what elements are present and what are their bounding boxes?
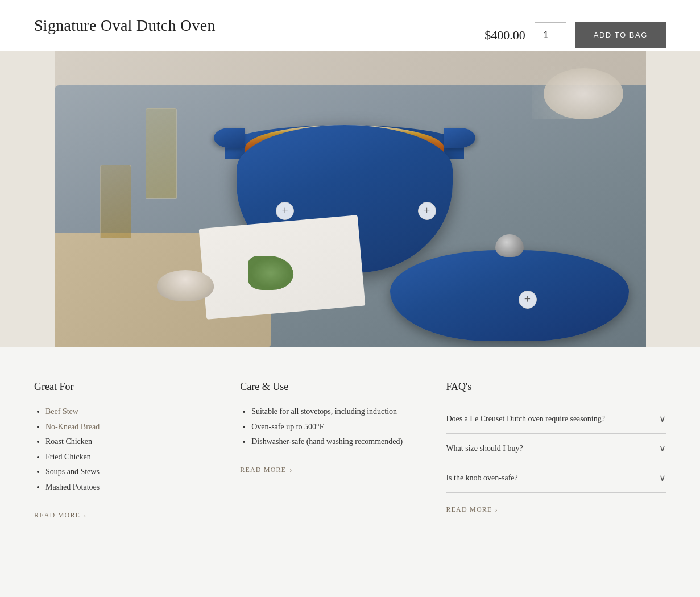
herbs xyxy=(248,256,293,290)
list-item: Oven-safe up to 500°F xyxy=(251,420,423,435)
great-for-list: Beef Stew No-Knead Bread Roast Chicken F… xyxy=(34,404,217,495)
list-item: Beef Stew xyxy=(45,404,217,420)
chevron-right-icon: › xyxy=(289,466,292,474)
care-use-read-more[interactable]: READ MORE › xyxy=(240,466,292,474)
hero-image: + + + xyxy=(55,51,646,347)
great-for-title: Great For xyxy=(34,381,217,393)
chevron-down-icon-1: ∨ xyxy=(659,413,666,424)
faq-item-3[interactable]: Is the knob oven-safe? ∨ xyxy=(446,463,666,493)
great-for-column: Great For Beef Stew No-Knead Bread Roast… xyxy=(34,381,240,520)
care-use-column: Care & Use Suitable for all stovetops, i… xyxy=(240,381,446,520)
hotspot-3[interactable]: + xyxy=(519,291,537,309)
lid xyxy=(390,227,629,341)
nuts-bowl xyxy=(157,270,214,301)
bread-plate xyxy=(544,68,623,119)
stock-status: In Stock xyxy=(635,0,660,2)
great-for-read-more-label: READ MORE xyxy=(34,511,80,520)
header: Signature Oval Dutch Oven In Stock $400.… xyxy=(0,0,700,51)
soups-stews-label: Soups and Stews xyxy=(45,467,100,476)
price-display: $400.00 xyxy=(484,28,525,43)
faq-question-2: What size should I buy? xyxy=(446,444,523,453)
content-section: Great For Beef Stew No-Knead Bread Roast… xyxy=(0,347,700,565)
quantity-input[interactable] xyxy=(535,22,566,48)
hotspot-1[interactable]: + xyxy=(276,202,294,220)
faq-question-1: Does a Le Creuset Dutch oven require sea… xyxy=(446,414,605,424)
faq-question-3: Is the knob oven-safe? xyxy=(446,474,517,483)
hero-section: + + + xyxy=(0,51,700,347)
list-item: Suitable for all stovetops, including in… xyxy=(251,404,423,420)
list-item: No-Knead Bread xyxy=(45,420,217,435)
header-right: In Stock $400.00 ADD TO BAG xyxy=(484,3,666,48)
no-knead-bread-link[interactable]: No-Knead Bread xyxy=(45,422,100,431)
great-for-read-more[interactable]: READ MORE › xyxy=(34,511,86,520)
list-item: Soups and Stews xyxy=(45,465,217,480)
faq-read-more-label: READ MORE xyxy=(446,505,492,514)
chevron-right-icon: › xyxy=(495,505,498,514)
roast-chicken-label: Roast Chicken xyxy=(45,437,92,446)
list-item: Roast Chicken xyxy=(45,434,217,450)
lid-body xyxy=(390,250,629,341)
faq-column: FAQ's Does a Le Creuset Dutch oven requi… xyxy=(446,381,666,520)
mashed-potatoes-label: Mashed Potatoes xyxy=(45,483,100,491)
lid-knob xyxy=(495,234,524,257)
faq-read-more[interactable]: READ MORE › xyxy=(446,505,498,514)
faq-title: FAQ's xyxy=(446,381,666,393)
chevron-down-icon-3: ∨ xyxy=(659,472,666,483)
chevron-right-icon: › xyxy=(84,511,86,520)
beef-stew-link[interactable]: Beef Stew xyxy=(45,407,78,416)
list-item: Dishwasher-safe (hand washing recommende… xyxy=(251,434,423,450)
add-to-bag-controls: $400.00 ADD TO BAG xyxy=(484,22,666,48)
glass-tall xyxy=(146,108,177,199)
product-title: Signature Oval Dutch Oven xyxy=(34,16,216,35)
care-use-title: Care & Use xyxy=(240,381,423,393)
list-item: Fried Chicken xyxy=(45,450,217,465)
handle-right xyxy=(444,128,475,148)
care-use-read-more-label: READ MORE xyxy=(240,466,286,474)
glass-short xyxy=(100,165,131,239)
faq-item-2[interactable]: What size should I buy? ∨ xyxy=(446,434,666,463)
handle-left xyxy=(214,128,245,148)
list-item: Mashed Potatoes xyxy=(45,480,217,495)
chevron-down-icon-2: ∨ xyxy=(659,443,666,454)
add-to-bag-button[interactable]: ADD TO BAG xyxy=(575,22,666,48)
hotspot-2[interactable]: + xyxy=(418,202,436,220)
care-use-list: Suitable for all stovetops, including in… xyxy=(240,404,423,450)
faq-item-1[interactable]: Does a Le Creuset Dutch oven require sea… xyxy=(446,404,666,434)
